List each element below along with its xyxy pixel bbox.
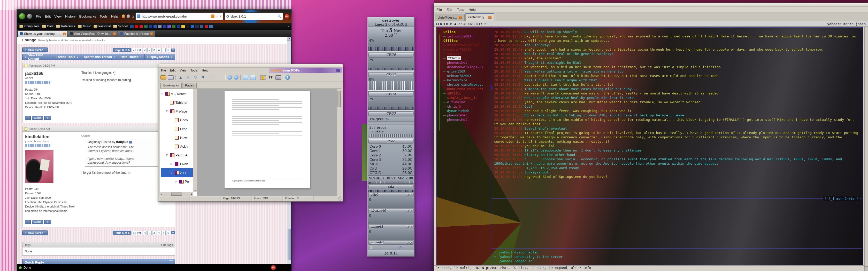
scrollbar-thumb[interactable]	[171, 193, 182, 196]
hand-tool-button[interactable]: ☝	[260, 75, 266, 80]
search-input[interactable]	[230, 14, 277, 19]
bookmark-folder[interactable]: Computers	[20, 25, 39, 28]
thread-menu[interactable]: Search this Thread ▼	[81, 54, 118, 60]
quote-author[interactable]: frabjous	[116, 140, 128, 144]
contact-item[interactable]: shelsdreams@myway.	[443, 82, 492, 87]
terminal-titlebar[interactable]	[434, 3, 868, 7]
bookmark-folder[interactable]: Music	[78, 25, 91, 28]
browser-tab[interactable]: Facebook | Home x	[118, 31, 155, 37]
pagination-page-link[interactable]: 2	[147, 231, 151, 235]
bookmark-tree-item[interactable]: How	[161, 133, 193, 142]
tree-expander-icon[interactable]: ▷	[170, 163, 174, 165]
forward-button[interactable]	[27, 13, 32, 19]
forward-view-button[interactable]: →	[218, 75, 223, 79]
bookmark-tree-item[interactable]: ▽ A+ E	[161, 168, 193, 177]
google-icon[interactable]: G	[226, 14, 229, 18]
bookmark-favicon[interactable]	[135, 25, 138, 28]
report-button[interactable]: !	[44, 116, 51, 120]
report-button[interactable]: !	[44, 220, 51, 224]
terminal-screen[interactable]: Online [o] cutty0825 Offline deadmanwalk…	[436, 27, 863, 266]
pagination-page-link[interactable]: 3	[152, 48, 156, 52]
thread-menu[interactable]: Display Modes ▼	[145, 54, 175, 60]
bookmark-tree-item[interactable]: ▽ A+, Netwc	[161, 89, 193, 98]
tree-expander-icon[interactable]: ▽	[170, 171, 174, 174]
contact-item[interactable]: chris_k	[443, 104, 492, 109]
tree-expander-icon[interactable]: ▷	[175, 180, 178, 183]
menu-item[interactable]: Help	[202, 69, 208, 72]
thread-menu[interactable]: Rate Thread ▼	[118, 54, 145, 60]
cpu-chart[interactable]: 2%	[368, 58, 414, 70]
bookmark-tree-item[interactable]: ▽ Preface	[161, 107, 193, 115]
menu-item[interactable]: Tools	[100, 14, 107, 18]
bookmark-favicon[interactable]	[154, 25, 157, 28]
bookmark-tree-item[interactable]: ▷ Oven	[161, 160, 193, 168]
contact-item[interactable]: s90125c	[443, 52, 492, 56]
contact-item[interactable]: grimm1369	[443, 69, 492, 74]
contact-item[interactable]: uchman782003	[443, 74, 492, 78]
url-dropdown-icon[interactable]: ▼	[220, 15, 222, 18]
bookmark-folder[interactable]: Personal	[94, 25, 111, 28]
contact-item[interactable]: phenomshel	[443, 113, 492, 117]
cpu-label[interactable]: CPU1	[369, 72, 413, 77]
menu-item[interactable]: Help	[469, 8, 476, 11]
bookmark-tree-item[interactable]: ▷ Pe	[161, 177, 193, 186]
karma-button[interactable]: KARMA	[32, 116, 43, 120]
search-bar[interactable]: G 🔍	[225, 12, 283, 20]
contact-item[interactable]: bornuvfyre	[443, 78, 492, 82]
bookmarks-tab[interactable]: Bookmarks	[160, 83, 182, 88]
pdf-vscrollbar[interactable]: ▲	[337, 89, 341, 196]
bookmark-favicon[interactable]	[191, 25, 194, 28]
pagination-page-link[interactable]: 5	[161, 48, 166, 52]
bookmarks-vscrollbar[interactable]: ▲ ▼	[193, 89, 197, 192]
first-unread-icon[interactable]: ▼	[25, 56, 27, 58]
view-post-icon[interactable]	[129, 141, 132, 143]
pagination-first[interactable]: « First	[131, 231, 142, 235]
tree-expander-icon[interactable]: ▽	[166, 154, 169, 157]
bookmark-favicon[interactable]	[209, 25, 213, 28]
tab-close-icon[interactable]: x	[113, 33, 116, 35]
bookmark-favicon[interactable]	[163, 25, 166, 28]
rss-icon[interactable]	[211, 14, 215, 18]
new-reply-button[interactable]: ► NEW REPLY	[22, 231, 48, 235]
bookmark-tree-item[interactable]: ▽ Part I. A	[161, 151, 193, 160]
tab-close-icon[interactable]: x	[150, 33, 153, 35]
contact-item[interactable]: elfinkind	[443, 100, 492, 104]
browser-tab[interactable]: Show us your desktop - P... x	[18, 31, 67, 37]
contact-item[interactable]: Offline	[439, 38, 492, 43]
contact-item[interactable]: phenomshel	[443, 117, 492, 122]
tab-close-icon[interactable]: x	[63, 33, 66, 35]
menu-item[interactable]: View	[54, 14, 62, 18]
bookmark-folder[interactable]: School	[113, 25, 128, 28]
stop-button[interactable]	[127, 14, 130, 18]
menu-item[interactable]: Tabs	[457, 8, 464, 11]
contact-item[interactable]: s90125c	[443, 91, 492, 96]
profile-button[interactable]	[25, 116, 31, 120]
contact-item[interactable]: nana_nana_nana_bat	[443, 87, 492, 91]
avatar[interactable]	[25, 150, 54, 183]
username-link[interactable]: kindlekitten	[25, 134, 75, 139]
fit-width-button[interactable]	[250, 75, 256, 80]
scroll-up-icon[interactable]: ▲	[337, 89, 341, 91]
menu-item[interactable]: Edit	[45, 14, 51, 18]
tree-expander-icon[interactable]: ▽	[166, 110, 169, 112]
text-select-button[interactable]: IT	[268, 76, 274, 79]
bookmark-favicon[interactable]	[167, 25, 171, 28]
cpu-label[interactable]: CPU2	[369, 92, 413, 97]
cpu-chart[interactable]: 2%	[368, 97, 414, 110]
adblock-status-icon[interactable]: ABP	[271, 265, 276, 270]
menu-item[interactable]: Tools	[190, 69, 198, 72]
browser-tab[interactable]: Sun VirtualBox - Downloads x	[68, 31, 118, 37]
next-page-button[interactable]: ▽	[193, 75, 198, 79]
scroll-down-icon[interactable]: ▼	[193, 190, 197, 192]
bookmark-tree-item[interactable]: Table of	[161, 98, 193, 107]
bookmark-tree-item[interactable]: Ackn	[161, 142, 193, 151]
network-chart[interactable]: 0	[368, 213, 414, 224]
scroll-left-icon[interactable]: ◀	[161, 193, 162, 195]
resize-grip[interactable]	[338, 196, 342, 201]
clock-panel[interactable]: Thu 5 Nov 2:38 26	[368, 27, 414, 38]
contact-item[interactable]: deadmanwalking125	[443, 43, 492, 47]
edit-tags-link[interactable]: Edit Tags	[161, 243, 173, 246]
last-page-button[interactable]: ▼	[200, 75, 206, 79]
bookmark-favicon[interactable]	[130, 25, 133, 28]
bookmarks-overflow-chevron[interactable]: »	[287, 25, 289, 28]
